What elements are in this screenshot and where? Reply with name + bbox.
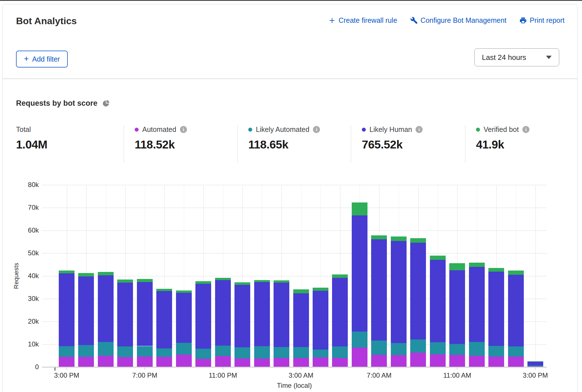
bar-14-likely-human[interactable]: [332, 278, 348, 346]
bar-21-likely-human[interactable]: [469, 267, 485, 342]
bar-24-verified-bot[interactable]: [527, 361, 543, 362]
bar-15-likely-human[interactable]: [352, 215, 367, 332]
bar-11-verified-bot[interactable]: [274, 280, 289, 282]
bar-9-likely-human[interactable]: [234, 285, 250, 348]
bar-2-likely-automated[interactable]: [98, 342, 114, 356]
bar-0-verified-bot[interactable]: [59, 271, 75, 273]
bar-10-likely-human[interactable]: [254, 282, 270, 346]
bar-24-likely-automated[interactable]: [527, 366, 543, 366]
bar-19-likely-human[interactable]: [430, 260, 446, 342]
bar-14-automated[interactable]: [332, 358, 348, 367]
bar-20-automated[interactable]: [449, 355, 465, 367]
bar-16-automated[interactable]: [371, 355, 387, 367]
bar-13-automated[interactable]: [313, 357, 328, 367]
configure-bot-management-link[interactable]: Configure Bot Management: [410, 16, 507, 24]
bar-23-automated[interactable]: [508, 357, 524, 367]
bar-6-verified-bot[interactable]: [176, 290, 192, 293]
bar-22-likely-human[interactable]: [488, 272, 504, 346]
bar-10-automated[interactable]: [254, 359, 270, 367]
bar-20-likely-human[interactable]: [449, 270, 465, 344]
bar-4-likely-human[interactable]: [137, 282, 153, 346]
info-icon[interactable]: i: [180, 126, 187, 133]
bar-22-verified-bot[interactable]: [488, 268, 504, 272]
bar-11-likely-human[interactable]: [274, 283, 289, 347]
bar-8-likely-human[interactable]: [215, 280, 231, 346]
bar-23-likely-human[interactable]: [508, 275, 524, 346]
bar-6-likely-automated[interactable]: [176, 343, 192, 355]
bar-18-verified-bot[interactable]: [410, 238, 426, 242]
bar-1-likely-automated[interactable]: [78, 345, 94, 357]
bar-3-likely-automated[interactable]: [117, 346, 133, 357]
bar-8-automated[interactable]: [215, 356, 231, 367]
bar-12-automated[interactable]: [293, 358, 309, 367]
bar-24-likely-human[interactable]: [527, 362, 543, 366]
bar-19-automated[interactable]: [430, 354, 446, 367]
time-range-select[interactable]: Last 24 hours: [474, 48, 559, 66]
bar-16-verified-bot[interactable]: [371, 235, 387, 239]
bar-12-likely-human[interactable]: [293, 293, 309, 347]
bar-12-verified-bot[interactable]: [293, 289, 309, 293]
bar-9-verified-bot[interactable]: [234, 282, 250, 285]
bar-21-likely-automated[interactable]: [469, 342, 485, 356]
bar-22-automated[interactable]: [488, 357, 504, 367]
bar-14-likely-automated[interactable]: [332, 346, 348, 358]
bar-16-likely-human[interactable]: [371, 239, 387, 341]
bar-22-likely-automated[interactable]: [488, 346, 504, 357]
bar-21-automated[interactable]: [469, 356, 485, 367]
info-icon[interactable]: i: [416, 126, 423, 133]
info-icon[interactable]: i: [313, 126, 320, 133]
bar-2-likely-human[interactable]: [98, 275, 114, 342]
bar-5-likely-human[interactable]: [156, 291, 172, 348]
bar-11-automated[interactable]: [274, 358, 289, 367]
bar-9-likely-automated[interactable]: [234, 347, 250, 359]
bar-12-likely-automated[interactable]: [293, 347, 309, 358]
bar-21-verified-bot[interactable]: [469, 263, 485, 267]
add-filter-button[interactable]: + Add filter: [16, 51, 68, 67]
bar-15-automated[interactable]: [352, 348, 367, 367]
bar-7-likely-automated[interactable]: [195, 349, 211, 359]
bar-4-verified-bot[interactable]: [137, 279, 153, 282]
bar-10-verified-bot[interactable]: [254, 280, 270, 282]
bar-17-automated[interactable]: [391, 355, 407, 367]
bar-20-verified-bot[interactable]: [449, 263, 465, 270]
bar-17-likely-human[interactable]: [391, 241, 407, 343]
bar-13-verified-bot[interactable]: [313, 288, 328, 291]
bar-5-automated[interactable]: [156, 357, 172, 367]
bar-11-likely-automated[interactable]: [274, 347, 289, 358]
info-icon[interactable]: i: [522, 126, 529, 133]
bar-17-verified-bot[interactable]: [391, 236, 407, 241]
bar-3-automated[interactable]: [117, 357, 133, 367]
print-report-link[interactable]: Print report: [519, 16, 565, 24]
bar-18-likely-automated[interactable]: [410, 339, 426, 353]
bar-7-automated[interactable]: [195, 359, 211, 367]
bar-10-likely-automated[interactable]: [254, 346, 270, 359]
bar-19-likely-automated[interactable]: [430, 342, 446, 354]
bar-8-likely-automated[interactable]: [215, 346, 231, 356]
bar-18-automated[interactable]: [410, 353, 426, 367]
bar-23-verified-bot[interactable]: [508, 271, 524, 275]
bar-13-likely-human[interactable]: [313, 291, 328, 350]
bar-19-verified-bot[interactable]: [430, 256, 446, 260]
bar-16-likely-automated[interactable]: [371, 341, 387, 355]
bar-1-automated[interactable]: [78, 357, 94, 367]
bar-2-automated[interactable]: [98, 356, 114, 367]
bar-1-likely-human[interactable]: [78, 276, 94, 345]
bar-20-likely-automated[interactable]: [449, 344, 465, 355]
bar-15-likely-automated[interactable]: [352, 332, 367, 348]
bar-8-verified-bot[interactable]: [215, 278, 231, 280]
bar-23-likely-automated[interactable]: [508, 346, 524, 357]
bar-5-likely-automated[interactable]: [156, 348, 172, 357]
bar-9-automated[interactable]: [234, 359, 250, 367]
bar-0-automated[interactable]: [59, 357, 75, 367]
bar-7-likely-human[interactable]: [195, 284, 211, 349]
bar-7-verified-bot[interactable]: [195, 281, 211, 284]
bar-0-likely-automated[interactable]: [59, 346, 75, 357]
bar-13-likely-automated[interactable]: [313, 350, 328, 357]
bar-4-automated[interactable]: [137, 357, 153, 367]
bar-14-verified-bot[interactable]: [332, 274, 348, 278]
bar-0-likely-human[interactable]: [59, 273, 75, 346]
bar-4-likely-automated[interactable]: [137, 346, 153, 357]
bar-17-likely-automated[interactable]: [391, 343, 407, 355]
bar-3-likely-human[interactable]: [117, 283, 133, 346]
bar-5-verified-bot[interactable]: [156, 289, 172, 291]
